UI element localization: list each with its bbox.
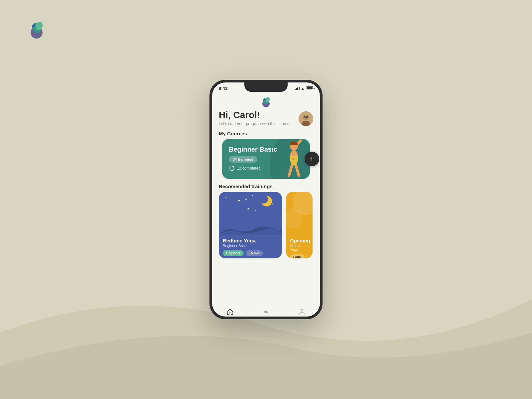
phone-content: Hi, Carol! Let's start your program with… xyxy=(212,91,320,319)
training-info-bedtime: Bedtime Yoga Beginner Basic Beginner 15 … xyxy=(219,235,282,258)
course-card-wrapper: Beginner Basic 34 trainings 12 completed… xyxy=(215,139,317,179)
tag-row-opening: Guru xyxy=(290,254,309,258)
progress-icon xyxy=(229,165,235,171)
completed-row: 12 completed xyxy=(229,165,303,171)
tag-row-bedtime: Beginner 15 min xyxy=(223,250,278,256)
nav-profile-label: Profile xyxy=(297,317,307,319)
svg-point-19 xyxy=(292,158,294,160)
tag-time: 15 min xyxy=(246,250,263,256)
phone-notch xyxy=(244,82,288,92)
course-card[interactable]: Beginner Basic 34 trainings 12 completed xyxy=(222,139,310,179)
sparkle-icon-2: ✦ xyxy=(247,207,250,210)
completed-text: 12 completed xyxy=(237,166,261,171)
profile-icon xyxy=(298,308,306,316)
courses-icon xyxy=(262,308,270,316)
signal-icon xyxy=(295,87,300,90)
spacer xyxy=(212,258,320,305)
wifi-icon: ▲ xyxy=(301,86,305,90)
yoga-figure xyxy=(281,139,307,179)
training-subtitle-opening: Spinal Yoga xyxy=(290,244,309,252)
svg-point-12 xyxy=(305,117,306,118)
training-info-opening: Opening Spinal Yoga Guru xyxy=(286,235,313,258)
greeting-subtitle: Let's start your program with this courc… xyxy=(219,121,291,126)
yoga-decoration xyxy=(286,192,313,235)
training-card-bedtime[interactable]: ✦ ✦ Bedtime Yoga Beginner Basic Beginner… xyxy=(219,192,282,258)
app-logo xyxy=(212,96,320,108)
yoga-card-top xyxy=(286,192,313,235)
tag-beginner: Beginner xyxy=(223,250,244,256)
recommended-title: Recomended trainings xyxy=(212,179,320,192)
home-icon xyxy=(226,308,234,316)
svg-point-13 xyxy=(307,117,308,118)
trainings-badge: 34 trainings xyxy=(229,156,257,163)
svg-point-2 xyxy=(32,25,35,27)
bottom-nav: Home Cources Profile xyxy=(212,305,320,319)
nav-courses-label: Cources xyxy=(260,317,272,319)
training-card-opening[interactable]: Opening Spinal Yoga Guru xyxy=(286,192,313,258)
training-title-bedtime: Bedtime Yoga xyxy=(223,238,278,244)
training-title-opening: Opening xyxy=(290,238,309,244)
night-scene: ✦ ✦ xyxy=(219,192,282,235)
corner-logo xyxy=(27,20,47,40)
user-avatar[interactable] xyxy=(299,111,313,126)
nav-courses[interactable]: Cources xyxy=(248,308,284,319)
svg-point-6 xyxy=(263,99,265,101)
nav-home[interactable]: Home xyxy=(212,308,248,319)
course-title: Beginner Basic xyxy=(229,146,303,153)
header-text: Hi, Carol! Let's start your program with… xyxy=(219,110,291,126)
tag-guru: Guru xyxy=(290,254,305,258)
moon-icon xyxy=(261,196,272,206)
battery-icon xyxy=(306,86,313,90)
status-time: 9:41 xyxy=(219,86,227,91)
sparkle-icon: ✦ xyxy=(237,198,241,203)
cloud-wave xyxy=(219,222,282,235)
nav-home-label: Home xyxy=(226,317,235,319)
status-icons: ▲ xyxy=(295,86,313,90)
nav-profile[interactable]: Profile xyxy=(284,308,320,319)
greeting-title: Hi, Carol! xyxy=(219,110,291,120)
my-courses-title: My Cources xyxy=(212,126,320,139)
training-subtitle-bedtime: Beginner Basic xyxy=(223,244,278,248)
phone-frame: 9:41 ▲ Hi, Carol! Let's star xyxy=(209,80,323,319)
svg-point-28 xyxy=(301,310,303,312)
add-course-button[interactable]: + xyxy=(305,152,319,166)
trainings-scroll: ✦ ✦ Bedtime Yoga Beginner Basic Beginner… xyxy=(212,192,320,258)
header: Hi, Carol! Let's start your program with… xyxy=(212,110,320,126)
